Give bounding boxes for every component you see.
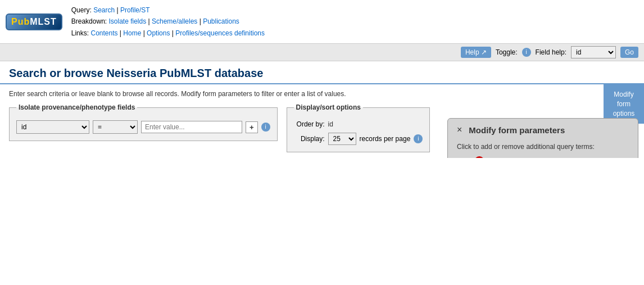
display-row: Display: 10 25 50 100 200 records per pa…	[294, 133, 423, 145]
remove-icon-provenance[interactable]: −	[474, 156, 484, 158]
query-link-profilest[interactable]: Profile/ST	[120, 6, 150, 14]
display-info-icon[interactable]: i	[414, 134, 423, 143]
header: PubMLST Query: Search | Profile/ST Break…	[0, 0, 644, 44]
header-links: Query: Search | Profile/ST Breakdown: Is…	[71, 4, 265, 39]
logo-pub: Pub	[11, 17, 30, 26]
order-by-value: id	[328, 120, 333, 128]
toggle-info-icon[interactable]: i	[522, 48, 531, 57]
nav-link-profiles[interactable]: Profiles/sequences definitions	[175, 29, 265, 37]
go-button[interactable]: Go	[620, 47, 638, 58]
help-button[interactable]: Help ↗	[461, 47, 491, 58]
panel-items-list: − Provenance fields + Allele designation…	[457, 156, 629, 158]
breakdown-link-isolate[interactable]: Isolate fields	[108, 17, 146, 25]
page-title-bar: Search or browse Neisseria PubMLST datab…	[0, 61, 644, 84]
query-line: Query: Search | Profile/ST	[71, 4, 265, 16]
query-label: Query:	[71, 6, 92, 14]
value-input[interactable]	[141, 121, 242, 133]
logo-mlst: MLST	[30, 17, 57, 26]
display-count-select[interactable]: 10 25 50 100 200	[328, 133, 356, 145]
links-line: Links: Contents | Home | Options | Profi…	[71, 28, 265, 39]
nav-link-options[interactable]: Options	[147, 29, 170, 37]
field-help-select[interactable]: id name date country species	[571, 46, 616, 58]
nav-link-contents[interactable]: Contents	[90, 29, 117, 37]
display-sort-legend: Display/sort options	[294, 103, 363, 111]
modify-panel: × Modify form parameters Click to add or…	[447, 118, 638, 158]
display-label: Display:	[294, 135, 325, 143]
breakdown-line: Breakdown: Isolate fields | Scheme/allel…	[71, 16, 265, 27]
per-page-label: records per page	[360, 135, 411, 143]
add-field-button[interactable]: +	[246, 121, 258, 133]
breakdown-link-scheme[interactable]: Scheme/alleles	[152, 17, 197, 25]
field-select[interactable]: id name country year species disease	[16, 120, 89, 134]
page-title: Search or browse Neisseria PubMLST datab…	[9, 67, 635, 80]
description-text: Enter search criteria or leave blank to …	[9, 90, 635, 98]
isolate-fields-group: Isolate provenance/phenotype fields id n…	[9, 103, 278, 141]
panel-subtitle: Click to add or remove additional query …	[457, 143, 629, 151]
panel-item-provenance: − Provenance fields	[468, 156, 629, 158]
main-content: Enter search criteria or leave blank to …	[0, 84, 644, 158]
toolbar: Help ↗ Toggle: i Field help: id name dat…	[0, 44, 644, 61]
logo: PubMLST	[6, 13, 62, 30]
panel-close-button[interactable]: ×	[457, 125, 462, 134]
field-row: id name country year species disease = c…	[16, 120, 270, 134]
links-label: Links:	[71, 29, 89, 37]
breakdown-link-publications[interactable]: Publications	[203, 17, 239, 25]
breakdown-label: Breakdown:	[71, 17, 107, 25]
item-label-provenance: Provenance fields	[488, 157, 546, 159]
field-info-icon[interactable]: i	[261, 123, 270, 132]
field-help-label: Field help:	[536, 48, 566, 56]
query-link-search[interactable]: Search	[93, 6, 115, 14]
toggle-label: Toggle:	[496, 48, 518, 56]
operator-select[interactable]: = contains starts with ends with > < ≥ ≤	[93, 120, 138, 134]
isolate-fields-legend: Isolate provenance/phenotype fields	[16, 103, 137, 111]
order-by-label: Order by:	[294, 120, 325, 128]
display-sort-group: Display/sort options Order by: id Displa…	[287, 103, 430, 152]
panel-title: Modify form parameters	[469, 125, 565, 135]
logo-area: PubMLST	[6, 13, 62, 30]
order-by-row: Order by: id	[294, 120, 423, 128]
nav-link-home[interactable]: Home	[123, 29, 141, 37]
